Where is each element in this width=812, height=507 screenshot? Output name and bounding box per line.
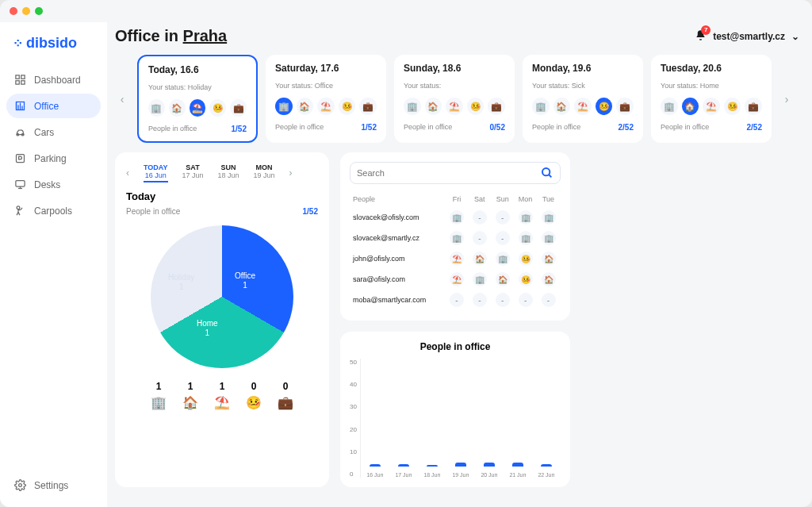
status-option[interactable]: 💼 [488,98,505,115]
status-cell: 🏠 [542,272,556,286]
status-option[interactable]: 🏠 [297,98,314,115]
status-cell: 🏢 [450,210,464,225]
day-tab[interactable]: SAT17 Jun [182,163,204,182]
day-card[interactable]: Tuesday, 20.6Your status: Home🏢🏠⛱️🤒💼Peop… [651,55,772,143]
status-option[interactable]: ⛱️ [574,98,592,115]
sidebar-item-label: Parking [34,153,67,164]
svg-point-17 [542,168,550,175]
sidebar-icon [14,100,26,112]
svg-point-16 [19,484,22,487]
x-tick: 16 Jun [366,472,383,478]
brand-text: dibsido [26,35,77,52]
day-tab[interactable]: TODAY16 Jun [144,163,168,182]
svg-rect-0 [16,75,19,79]
status-option[interactable]: 🏢 [404,98,421,115]
x-tick: 20 Jun [481,472,497,478]
status-option[interactable]: 🏠 [169,99,186,117]
status-option[interactable]: 💼 [230,99,247,117]
day-tab[interactable]: SUN18 Jun [218,163,239,182]
y-tick: 50 [350,359,357,366]
col-people: People [351,192,445,206]
sidebar-item-desks[interactable]: Desks [6,172,101,197]
status-cell: 🏠 [496,272,510,286]
tabs-next-button[interactable]: › [289,167,293,179]
day-status: Your status: Home [661,82,762,90]
people-label: People in office [404,123,452,132]
sidebar-item-settings[interactable]: Settings [6,473,101,497]
sidebar-item-dashboard[interactable]: Dashboard [6,67,101,92]
sidebar-item-carpools[interactable]: Carpools [6,198,101,223]
status-option[interactable]: 🏠 [682,98,699,115]
svg-rect-11 [17,155,25,163]
days-prev-button[interactable]: ‹ [115,93,129,106]
x-tick: 21 Jun [509,472,526,478]
day-card[interactable]: Today, 16.6Your status: Holiday🏢🏠⛱️🤒💼Peo… [137,55,258,143]
status-option[interactable]: 🤒 [209,99,226,117]
status-cell: 🏢 [519,210,533,225]
city-selector[interactable]: Praha [183,27,228,44]
sidebar-item-cars[interactable]: Cars [6,120,101,144]
user-email: test@smartly.cz [713,31,785,42]
day-card[interactable]: Monday, 19.6Your status: Sick🏢🏠⛱️🤒💼Peopl… [523,55,643,143]
svg-rect-12 [16,181,25,187]
day-card[interactable]: Saturday, 17.6Your status: Office🏢🏠⛱️🤒💼P… [266,55,386,143]
day-tab[interactable]: MON19 Jun [254,163,275,182]
search-field-wrap[interactable] [350,162,561,184]
status-count: 1🏢 [151,381,167,410]
status-option[interactable]: 🏠 [425,98,442,115]
status-cell: 🏢 [519,231,533,245]
status-option[interactable]: 🤒 [339,98,356,115]
status-option[interactable]: 🏠 [553,98,571,115]
y-tick: 10 [350,448,357,455]
table-row: slovacek@smartly.cz🏢--🏢🏢 [351,229,559,248]
people-count: 2/52 [747,123,762,132]
people-label: People in office [532,123,580,132]
day-title: Saturday, 17.6 [275,63,377,74]
status-cell: 🏢 [473,272,487,286]
status-cell: - [519,293,533,307]
search-input[interactable] [357,168,541,178]
minimize-dot[interactable] [22,7,30,15]
status-option[interactable]: 💼 [616,98,634,115]
status-count: 1⛱️ [214,381,230,410]
close-dot[interactable] [10,7,17,15]
status-option[interactable]: 🏢 [275,98,293,115]
status-option[interactable]: ⛱️ [190,99,206,117]
table-row: john@ofisly.com⛱️🏠🏢🤒🏠 [351,249,559,268]
sidebar-item-office[interactable]: Office [6,94,101,118]
status-cell: - [542,293,556,307]
bar [484,463,495,467]
x-tick: 19 Jun [452,472,469,478]
svg-rect-3 [21,81,25,84]
table-row: sara@ofisly.com⛱️🏢🏠🤒🏠 [351,270,559,289]
sidebar-item-parking[interactable]: Parking [6,146,101,171]
sidebar: ⁘ dibsido DashboardOfficeCarsParkingDesk… [0,22,107,507]
status-option[interactable]: ⛱️ [317,98,335,115]
status-option[interactable]: ⛱️ [703,98,720,115]
bar [541,464,552,467]
day-status: Your status: Sick [532,82,634,90]
status-option[interactable]: ⛱️ [446,98,463,115]
status-option[interactable]: 🏢 [148,99,165,117]
status-option[interactable]: 💼 [745,98,762,115]
status-cell: 🤒 [519,252,533,266]
status-option[interactable]: 🤒 [467,98,485,115]
status-cell: 🤒 [519,272,533,286]
status-option[interactable]: 💼 [359,98,377,115]
people-count: 2/52 [619,123,634,132]
people-label: People in office [275,123,324,132]
status-option[interactable]: 🏢 [661,98,678,115]
day-card[interactable]: Sunday, 18.6Your status:🏢🏠⛱️🤒💼People in … [394,55,515,143]
maximize-dot[interactable] [35,7,43,15]
tabs-prev-button[interactable]: ‹ [126,167,129,179]
status-cell: - [473,231,487,245]
bell-icon[interactable]: 7 [695,29,707,44]
user-menu[interactable]: 7 test@smartly.cz ⌄ [695,29,799,44]
status-cell: - [473,293,487,307]
status-option[interactable]: 🤒 [596,98,613,115]
status-option[interactable]: 🏢 [532,98,550,115]
day-title: Sunday, 18.6 [404,63,505,74]
days-next-button[interactable]: › [779,93,794,106]
status-option[interactable]: 🤒 [724,98,741,115]
svg-rect-1 [21,75,25,79]
